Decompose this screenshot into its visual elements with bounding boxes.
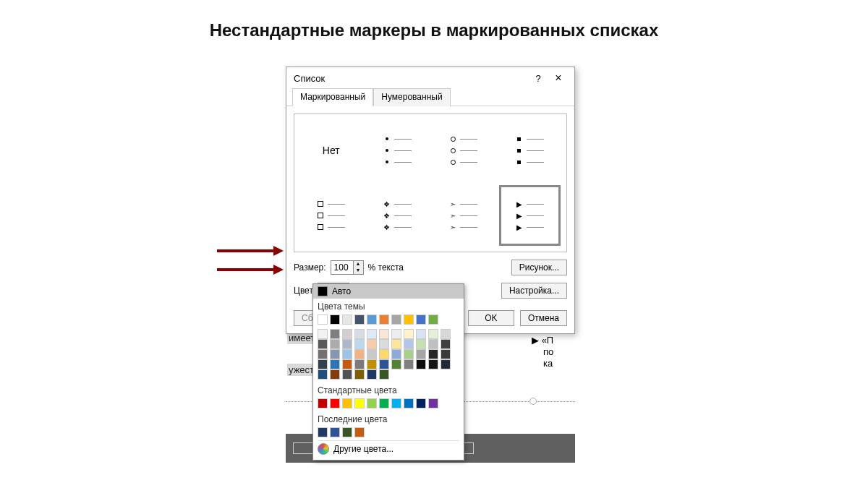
section-handle[interactable] bbox=[529, 398, 537, 405]
color-swatch[interactable] bbox=[379, 359, 389, 369]
dialog-title: Список bbox=[294, 73, 528, 84]
color-swatch[interactable] bbox=[441, 359, 451, 369]
color-swatch[interactable] bbox=[441, 349, 451, 359]
color-swatch[interactable] bbox=[367, 359, 377, 369]
color-swatch[interactable] bbox=[354, 339, 365, 349]
color-swatch[interactable] bbox=[330, 339, 340, 349]
color-swatch[interactable] bbox=[330, 349, 340, 359]
color-swatch[interactable] bbox=[342, 398, 352, 408]
color-swatch[interactable] bbox=[318, 427, 328, 437]
color-swatch[interactable] bbox=[342, 339, 352, 349]
spin-down-icon[interactable]: ▼ bbox=[353, 267, 363, 274]
bullet-option-dot[interactable] bbox=[367, 120, 429, 181]
color-swatch[interactable] bbox=[367, 339, 377, 349]
color-swatch[interactable] bbox=[416, 359, 426, 369]
color-swatch[interactable] bbox=[441, 329, 451, 339]
color-swatch[interactable] bbox=[428, 329, 438, 339]
color-swatch[interactable] bbox=[404, 398, 414, 408]
color-swatch[interactable] bbox=[428, 339, 438, 349]
color-swatch[interactable] bbox=[318, 329, 328, 339]
color-swatch[interactable] bbox=[330, 398, 340, 408]
page-title: Нестандартные маркеры в маркированных сп… bbox=[0, 20, 868, 40]
bullet-option-circle[interactable] bbox=[433, 120, 495, 181]
color-swatch[interactable] bbox=[441, 339, 451, 349]
customize-button[interactable]: Настройка... bbox=[501, 283, 567, 299]
color-swatch[interactable] bbox=[416, 349, 426, 359]
color-swatch[interactable] bbox=[379, 339, 389, 349]
picture-button[interactable]: Рисунок... bbox=[511, 260, 567, 275]
color-swatch[interactable] bbox=[367, 369, 377, 380]
color-swatch[interactable] bbox=[330, 369, 340, 380]
color-swatch[interactable] bbox=[391, 359, 401, 369]
color-swatch[interactable] bbox=[404, 314, 414, 325]
color-swatch[interactable] bbox=[354, 398, 365, 408]
color-swatch[interactable] bbox=[391, 339, 401, 349]
color-swatch[interactable] bbox=[379, 329, 389, 339]
color-swatch[interactable] bbox=[318, 398, 328, 408]
color-swatch[interactable] bbox=[379, 398, 389, 408]
color-swatch[interactable] bbox=[367, 329, 377, 339]
help-button[interactable]: ? bbox=[528, 73, 548, 84]
color-swatch[interactable] bbox=[318, 314, 328, 325]
color-swatch[interactable] bbox=[391, 329, 401, 339]
color-swatch[interactable] bbox=[330, 359, 340, 369]
color-swatch[interactable] bbox=[404, 329, 414, 339]
color-swatch[interactable] bbox=[391, 314, 401, 325]
color-swatch[interactable] bbox=[354, 314, 365, 325]
color-swatch[interactable] bbox=[367, 314, 377, 325]
color-swatch[interactable] bbox=[428, 398, 438, 408]
color-swatch[interactable] bbox=[354, 427, 365, 437]
color-swatch[interactable] bbox=[330, 329, 340, 339]
color-swatch[interactable] bbox=[318, 349, 328, 359]
color-swatch[interactable] bbox=[379, 349, 389, 359]
color-swatch[interactable] bbox=[428, 314, 438, 325]
tab-bulleted[interactable]: Маркированный bbox=[292, 88, 373, 106]
color-swatch[interactable] bbox=[342, 314, 352, 325]
color-swatch[interactable] bbox=[342, 369, 352, 380]
color-swatch[interactable] bbox=[354, 359, 365, 369]
color-swatch[interactable] bbox=[318, 369, 328, 380]
color-swatch[interactable] bbox=[404, 339, 414, 349]
color-swatch[interactable] bbox=[330, 314, 340, 325]
tab-numbered[interactable]: Нумерованный bbox=[373, 88, 450, 106]
color-swatch[interactable] bbox=[330, 427, 340, 437]
color-swatch[interactable] bbox=[379, 314, 389, 325]
cancel-button[interactable]: Отмена bbox=[520, 310, 567, 326]
color-swatch[interactable] bbox=[367, 349, 377, 359]
bullet-option-square-hollow[interactable] bbox=[300, 185, 362, 246]
color-swatch[interactable] bbox=[342, 427, 352, 437]
color-swatch[interactable] bbox=[342, 359, 352, 369]
callout-arrows bbox=[217, 247, 284, 285]
color-swatch[interactable] bbox=[428, 359, 438, 369]
swatch-icon bbox=[318, 286, 328, 296]
color-swatch[interactable] bbox=[379, 369, 389, 380]
bullet-option-triangle[interactable] bbox=[499, 185, 561, 246]
color-swatch[interactable] bbox=[391, 398, 401, 408]
color-swatch[interactable] bbox=[354, 349, 365, 359]
size-input[interactable]: 100 ▲▼ bbox=[331, 260, 364, 275]
color-swatch[interactable] bbox=[342, 329, 352, 339]
color-swatch[interactable] bbox=[354, 369, 365, 380]
color-swatch[interactable] bbox=[404, 349, 414, 359]
color-swatch[interactable] bbox=[318, 359, 328, 369]
color-swatch[interactable] bbox=[416, 398, 426, 408]
color-auto[interactable]: Авто bbox=[313, 284, 464, 299]
close-button[interactable]: × bbox=[548, 72, 569, 85]
color-swatch[interactable] bbox=[416, 314, 426, 325]
color-swatch[interactable] bbox=[428, 349, 438, 359]
color-swatch[interactable] bbox=[342, 349, 352, 359]
more-colors[interactable]: Другие цвета... bbox=[313, 441, 464, 457]
ok-button[interactable]: OK bbox=[468, 310, 514, 326]
bullet-option-none[interactable]: Нет bbox=[300, 120, 362, 181]
color-swatch[interactable] bbox=[367, 398, 377, 408]
color-swatch[interactable] bbox=[391, 349, 401, 359]
bullet-option-square-filled[interactable] bbox=[499, 120, 561, 181]
color-swatch[interactable] bbox=[318, 339, 328, 349]
color-swatch[interactable] bbox=[354, 329, 365, 339]
color-swatch[interactable] bbox=[416, 339, 426, 349]
color-swatch[interactable] bbox=[416, 329, 426, 339]
color-swatch[interactable] bbox=[404, 359, 414, 369]
spin-up-icon[interactable]: ▲ bbox=[353, 261, 363, 267]
bullet-option-diamond[interactable] bbox=[367, 185, 429, 246]
bullet-option-arrow-outline[interactable] bbox=[433, 185, 495, 246]
